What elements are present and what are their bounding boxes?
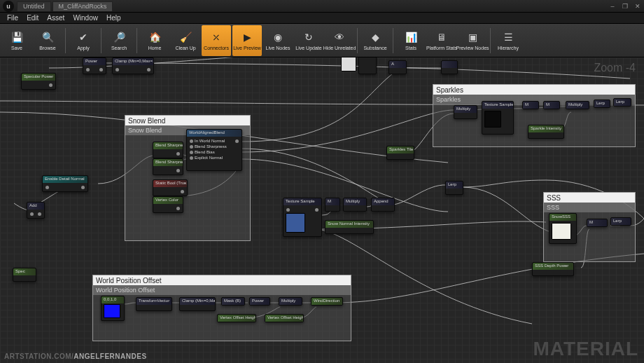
minimize-icon[interactable]: – — [606, 1, 619, 11]
tab-material[interactable]: M_CliffAndRocks — [52, 1, 113, 11]
previewnodes-icon: ▣ — [465, 30, 479, 44]
node-vertexcolor[interactable]: Vertex Color — [153, 196, 183, 213]
node-m1[interactable]: M — [325, 198, 340, 212]
node-m3[interactable]: M — [522, 101, 539, 109]
comment-title[interactable]: World Position Offset — [93, 275, 351, 285]
node-worldalignedblend[interactable]: WorldAlignedBlendIn World NormalBlend Sh… — [186, 129, 242, 171]
tool-label: Save — [11, 46, 22, 50]
node-sss-m[interactable]: M — [587, 219, 608, 227]
tool-previewnodes[interactable]: ▣Preview Nodes — [458, 25, 487, 56]
tool-label: Apply — [77, 46, 90, 50]
tab-untitled[interactable]: Untitled — [17, 1, 51, 11]
comment-title[interactable]: SSS — [544, 193, 635, 203]
node-tiny[interactable]: Spec — [13, 268, 36, 282]
node-sharp[interactable]: Blend Sharpness — [153, 158, 183, 175]
node-normalint[interactable]: Snow Normal Intensity — [325, 220, 374, 234]
node-top-out[interactable] — [441, 60, 458, 74]
tool-liveupdate[interactable]: ↻Live Update — [294, 25, 323, 56]
node-usedetail[interactable]: Enable Detail Normal — [42, 175, 88, 192]
tool-label: Live Nodes — [265, 46, 290, 50]
node-wpo-trans[interactable]: TransformVector — [136, 297, 172, 311]
node-wpo-wind[interactable]: WindDirection — [311, 297, 343, 306]
node-top-mult[interactable]: A — [388, 60, 407, 74]
tool-substance[interactable]: ◆Substance — [360, 25, 390, 56]
tool-platformstats[interactable]: 🖥Platform Stats — [427, 25, 456, 56]
node-clamp1[interactable]: Clamp (Min=0,Max=1) — [112, 57, 154, 74]
node-lerp1[interactable]: Lerp — [445, 181, 463, 195]
tool-label: Preview Nodes — [456, 46, 489, 50]
menu-edit[interactable]: Edit — [22, 14, 43, 22]
tool-livepreview[interactable]: ▶Live Preview — [232, 25, 262, 56]
node-sparkmult[interactable]: Multiply — [454, 105, 477, 119]
menu-window[interactable]: Window — [69, 14, 102, 22]
comment-wpo[interactable]: World Position Offset World Position Off… — [92, 275, 351, 341]
tool-label: Platform Stats — [426, 46, 457, 50]
tool-search[interactable]: 🔎Search — [104, 25, 134, 56]
wpo-color-swatch — [104, 304, 120, 318]
comment-sub: SSS — [544, 203, 635, 212]
menu-asset[interactable]: Asset — [43, 14, 69, 22]
node-sparktile[interactable]: Sparkles Tile — [386, 146, 414, 160]
restore-icon[interactable]: ❐ — [619, 1, 631, 11]
sss-color-swatch — [552, 223, 571, 240]
toolbar-separator — [136, 28, 137, 53]
connectors-icon: ⤫ — [209, 30, 223, 44]
toolbar-separator — [65, 28, 66, 53]
close-icon[interactable]: ✕ — [631, 1, 644, 11]
node-sparkpow[interactable]: Multiply — [566, 101, 589, 109]
menubar: File Edit Asset Window Help — [0, 13, 644, 24]
graph-canvas[interactable]: Zoom -4 — [0, 57, 644, 363]
node-add[interactable]: Add — [27, 202, 45, 219]
zoom-label: Zoom -4 — [594, 62, 636, 74]
node-sss-depth[interactable]: SSS Depth Power — [532, 262, 574, 276]
node-mult1[interactable]: Multiply — [343, 198, 367, 212]
texsample-preview — [286, 213, 305, 233]
node-sss-lerp[interactable]: Lerp — [610, 217, 631, 226]
node-lerp2[interactable]: Lerp — [594, 100, 610, 108]
node-wpo-mult[interactable]: Multiply — [279, 297, 302, 306]
node-wpo-height[interactable]: Vertex Offset Height — [217, 314, 256, 322]
node-sparkintensity[interactable]: Sparkle Intensity — [528, 125, 564, 139]
tool-connectors[interactable]: ⤫Connectors — [202, 25, 231, 56]
tool-label: Hierarchy — [498, 46, 519, 50]
tool-stats[interactable]: 📊Stats — [396, 25, 426, 56]
node-basesnow[interactable]: Static Bool (True) — [153, 179, 188, 196]
menu-file[interactable]: File — [3, 14, 22, 22]
credit: ARTSTATION.COM/ANGELFERNANDES — [4, 352, 147, 360]
liveupdate-icon: ↻ — [302, 30, 316, 44]
substance-icon: ◆ — [368, 30, 382, 44]
node-wpo-height2[interactable]: Vertex Offset Height — [265, 314, 304, 322]
node-wpo-pow[interactable]: Power — [249, 297, 270, 306]
tool-label: Browse — [39, 46, 55, 50]
menu-help[interactable]: Help — [102, 14, 125, 22]
tool-label: Hide Unrelated — [323, 46, 356, 50]
node-m4[interactable]: M — [543, 101, 560, 109]
tool-cleanup[interactable]: 🧹Clean Up — [171, 25, 200, 56]
node-wpo-clamp[interactable]: Clamp (Min=0,Max=1) — [179, 297, 216, 311]
node-specular[interactable]: Specular Power — [21, 73, 56, 90]
toolbar-separator — [393, 28, 393, 53]
tool-label: Stats — [405, 46, 416, 50]
node-append[interactable]: Append — [371, 198, 395, 212]
livenodes-icon: ◉ — [271, 30, 285, 44]
tool-apply[interactable]: ✔Apply — [69, 25, 98, 56]
comment-title[interactable]: Snow Blend — [125, 116, 250, 125]
tool-save[interactable]: 💾Save — [2, 25, 31, 56]
node-blendsharp[interactable]: Blend Sharpness — [153, 142, 183, 158]
comment-title[interactable]: Sparkles — [433, 85, 635, 95]
tool-livenodes[interactable]: ◉Live Nodes — [263, 25, 293, 56]
hideunrelated-icon: 👁 — [332, 30, 346, 44]
node-sample-top[interactable] — [358, 57, 377, 74]
node-power1[interactable]: Power — [83, 57, 106, 74]
comment-sub: World Position Offset — [93, 285, 351, 295]
tool-label: Search — [111, 46, 127, 50]
tool-browse[interactable]: 🔍Browse — [33, 25, 62, 56]
node-wpo-mask[interactable]: Mask (B) — [221, 297, 245, 306]
node-lerp3[interactable]: Lerp — [613, 98, 631, 107]
tool-hierarchy[interactable]: ☰Hierarchy — [493, 25, 523, 56]
tool-home[interactable]: 🏠Home — [140, 25, 169, 56]
ue-logo-icon: u — [3, 1, 14, 12]
texture-preview[interactable] — [341, 57, 356, 71]
save-icon: 💾 — [10, 30, 24, 44]
tool-hideunrelated[interactable]: 👁Hide Unrelated — [325, 25, 354, 56]
